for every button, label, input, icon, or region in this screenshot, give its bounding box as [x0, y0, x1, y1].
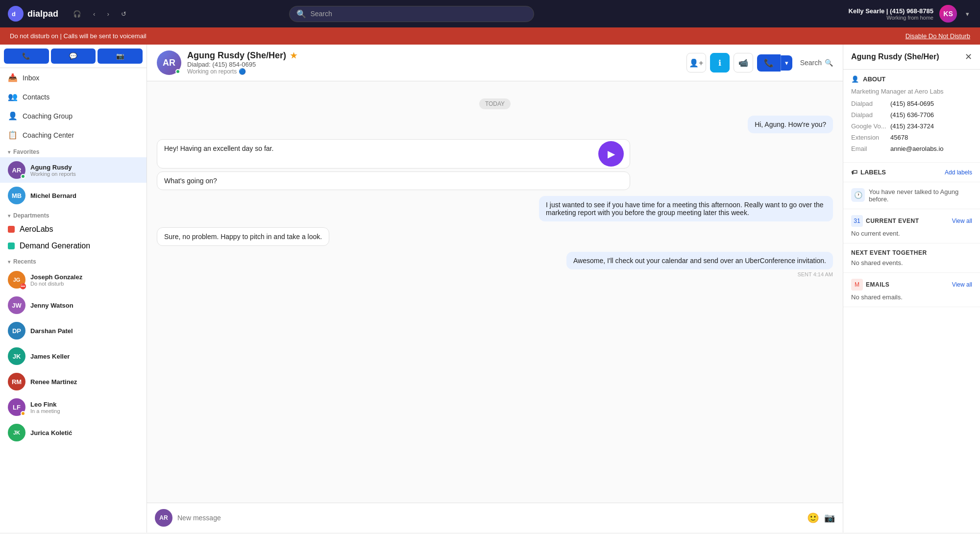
- messages-area: TODAY Hi, Agung. How're you? Hey! Having…: [147, 81, 843, 503]
- about-header: 👤 ABOUT: [851, 75, 972, 83]
- contact-item-agung-rusdy[interactable]: AR Agung Rusdy Working on reports: [0, 157, 147, 183]
- add-contact-button[interactable]: 👤+: [686, 53, 706, 73]
- chat-contact-avatar-wrap: AR: [157, 50, 181, 75]
- back-button[interactable]: ‹: [90, 7, 98, 21]
- dept-name: Demand Generation: [20, 242, 90, 250]
- coaching-center-label: Coaching Center: [23, 131, 74, 139]
- sidebar-item-coaching-center[interactable]: 📋 Coaching Center: [0, 125, 147, 145]
- contact-item-james-keller[interactable]: JK James Keller: [0, 343, 147, 369]
- play-audio-button[interactable]: ▶: [598, 141, 624, 167]
- contact-info-joseph-gonzalez: Joseph Gonzalez Do not disturb: [30, 273, 139, 287]
- departments-section-header[interactable]: ▾ Departments: [0, 208, 147, 221]
- recents-section-header[interactable]: ▾ Recents: [0, 254, 147, 267]
- sidebar-item-coaching-group[interactable]: 👤 Coaching Group: [0, 106, 147, 125]
- dnd-message: Do not disturb on | Calls will be sent t…: [10, 32, 147, 40]
- contact-item-leo-fink[interactable]: LF Leo Fink In a meeting: [0, 394, 147, 420]
- call-button-group: 📞 ▾: [757, 54, 792, 72]
- avatar[interactable]: KS: [939, 5, 957, 23]
- forward-button[interactable]: ›: [104, 7, 112, 21]
- emoji-button[interactable]: 🙂: [807, 512, 819, 524]
- headset-button[interactable]: 🎧: [70, 7, 84, 21]
- user-info: Kelly Searle | (415) 968-8785 Working fr…: [849, 7, 933, 21]
- contact-item-jurica-koletic[interactable]: JK Jurica Koletić: [0, 420, 147, 445]
- user-name: Kelly Searle | (415) 968-8785: [849, 7, 933, 15]
- global-search-bar[interactable]: 🔍: [289, 6, 534, 22]
- inbox-label: Inbox: [23, 74, 39, 82]
- contact-status: In a meeting: [30, 408, 139, 414]
- dropdown-chevron-button[interactable]: ▾: [963, 7, 972, 21]
- about-row-dialpad-1: Dialpad (415) 854-0695: [851, 100, 972, 107]
- contact-item-renee-martinez[interactable]: RM Renee Martinez: [0, 369, 147, 394]
- about-value: annie@aerolabs.io: [890, 145, 944, 152]
- logo-text: dialpad: [27, 9, 58, 19]
- avatar-james-keller: JK: [8, 347, 25, 365]
- coaching-center-icon: 📋: [8, 130, 18, 140]
- user-status: Working from home: [849, 15, 933, 21]
- dept-color-dot: [8, 243, 15, 249]
- contact-item-jenny-watson[interactable]: JW Jenny Watson: [0, 292, 147, 318]
- contact-item-michel-bernard[interactable]: MB Michel Bernard: [0, 183, 147, 208]
- tab-phone[interactable]: 📞: [4, 49, 49, 64]
- call-dropdown-button[interactable]: ▾: [781, 55, 792, 71]
- refresh-button[interactable]: ↺: [118, 7, 129, 21]
- status-dot-icon: 🔵: [239, 68, 246, 75]
- contact-item-darshan-patel[interactable]: DP Darshan Patel: [0, 318, 147, 343]
- dept-item-aerolabs[interactable]: AeroLabs: [0, 221, 147, 238]
- dnd-banner: Do not disturb on | Calls will be sent t…: [0, 27, 980, 45]
- labels-section: 🏷 LABELS Add labels: [843, 163, 980, 182]
- avatar-leo-fink: LF: [8, 398, 25, 416]
- dialpad-logo-icon: d: [8, 6, 24, 22]
- favorites-section-header[interactable]: ▾ Favorites: [0, 145, 147, 157]
- contact-name: Renee Martinez: [30, 378, 139, 386]
- chat-area: AR Agung Rusdy (She/Her) ★ Dialpad: (415…: [147, 45, 843, 533]
- chat-contact-status: Working on reports 🔵: [187, 68, 681, 75]
- info-button[interactable]: ℹ: [710, 53, 730, 73]
- current-event-view-all[interactable]: View all: [952, 218, 972, 224]
- video-call-button[interactable]: 📹: [734, 53, 753, 73]
- nav-right: Kelly Searle | (415) 968-8785 Working fr…: [849, 5, 972, 23]
- message-item: Awesome, I'll check out your calendar an…: [157, 252, 833, 277]
- favorite-star-icon[interactable]: ★: [290, 51, 297, 60]
- contact-name: Jurica Koletić: [30, 429, 139, 437]
- contact-name: Joseph Gonzalez: [30, 273, 139, 281]
- contact-name: Darshan Patel: [30, 327, 139, 335]
- contact-name: Agung Rusdy: [30, 164, 139, 171]
- about-row-google-voice: Google Vo... (415) 234-3724: [851, 122, 972, 130]
- next-event-title: NEXT EVENT TOGETHER: [851, 249, 927, 256]
- favorites-label: Favorites: [13, 148, 39, 155]
- search-icon: 🔍: [296, 9, 306, 19]
- search-input[interactable]: [310, 10, 527, 18]
- close-panel-button[interactable]: ✕: [965, 51, 972, 62]
- contact-info-renee-martinez: Renee Martinez: [30, 378, 139, 386]
- message-item: Hey! Having an excellent day so far. ▶ W…: [157, 139, 630, 190]
- favorites-chevron-icon: ▾: [8, 149, 10, 155]
- person-icon: 👤: [851, 75, 859, 83]
- disable-dnd-link[interactable]: Disable Do Not Disturb: [906, 32, 970, 40]
- avatar-initials: KS: [939, 5, 957, 23]
- received-message-group: Hey! Having an excellent day so far. ▶ W…: [157, 139, 630, 190]
- about-value: (415) 854-0695: [890, 100, 934, 107]
- add-labels-button[interactable]: Add labels: [945, 169, 972, 176]
- call-button[interactable]: 📞: [757, 54, 781, 72]
- about-label: Email: [851, 145, 890, 152]
- svg-point-0: [8, 6, 24, 22]
- tab-video[interactable]: 📷: [98, 49, 143, 64]
- sidebar-item-contacts[interactable]: 👥 Contacts: [0, 87, 147, 106]
- camera-button[interactable]: 📷: [824, 512, 835, 523]
- tab-messages[interactable]: 💬: [51, 49, 96, 64]
- about-value: 45678: [890, 134, 908, 141]
- about-row-email: Email annie@aerolabs.io: [851, 145, 972, 152]
- recents-label: Recents: [13, 258, 36, 265]
- svg-text:d: d: [12, 10, 16, 18]
- message-input[interactable]: [177, 514, 802, 522]
- recents-chevron-icon: ▾: [8, 259, 10, 265]
- chat-dialpad-number: Dialpad: (415) 854-0695: [187, 61, 681, 68]
- sidebar-item-inbox[interactable]: 📥 Inbox: [0, 68, 147, 87]
- contact-item-joseph-gonzalez[interactable]: JG ⛔ Joseph Gonzalez Do not disturb: [0, 267, 147, 292]
- dept-item-demand-generation[interactable]: Demand Generation: [0, 238, 147, 254]
- contact-info-agung-rusdy: Agung Rusdy Working on reports: [30, 164, 139, 177]
- chat-search-button[interactable]: Search 🔍: [800, 59, 833, 67]
- emails-view-all[interactable]: View all: [952, 281, 972, 288]
- logo: d dialpad: [8, 6, 58, 22]
- about-section: 👤 ABOUT Marketing Manager at Aero Labs D…: [843, 70, 980, 163]
